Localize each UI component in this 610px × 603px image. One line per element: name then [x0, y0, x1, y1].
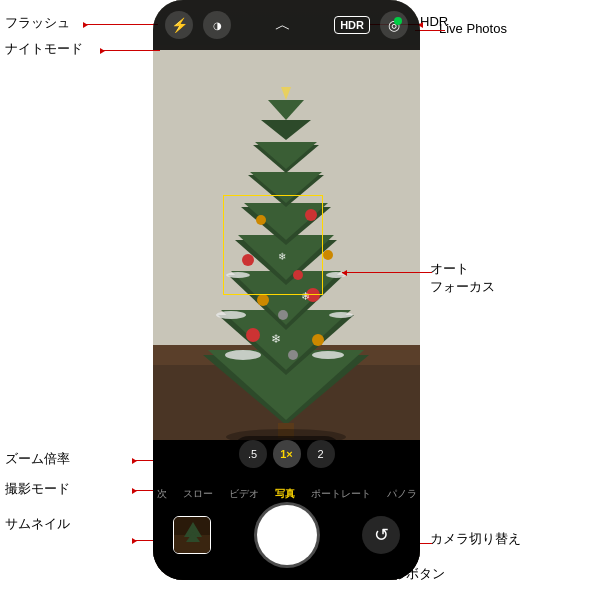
- svg-point-28: [288, 350, 298, 360]
- camera-switch-button[interactable]: ↺: [362, 516, 400, 554]
- thumbnail-arrowhead: [132, 538, 137, 544]
- zoom-label: ズーム倍率: [5, 450, 70, 468]
- shutter-row: ↺: [153, 505, 420, 565]
- svg-text:❄: ❄: [271, 332, 281, 346]
- flash-icon: ⚡: [171, 17, 188, 33]
- autofocus-arrow: [342, 272, 432, 273]
- zoom-2x-button[interactable]: 2: [307, 440, 335, 468]
- night-mode-icon: ◑: [213, 20, 222, 31]
- flash-arrowhead: [83, 22, 88, 28]
- camera-switch-label: カメラ切り替え: [430, 530, 521, 548]
- top-left-controls: ⚡ ◑: [165, 11, 231, 39]
- mode-item-portrait[interactable]: ポートレート: [303, 483, 379, 505]
- live-dot: [394, 17, 402, 25]
- autofocus-label: オートフォーカス: [430, 260, 495, 296]
- top-right-controls: HDR ◎: [334, 11, 408, 39]
- camera-top-bar: ⚡ ◑ ︿ HDR ◎: [153, 0, 420, 50]
- mode-item-video[interactable]: ビデオ: [221, 483, 267, 505]
- autofocus-arrowhead: [342, 270, 347, 276]
- thumbnail-image: [174, 517, 211, 554]
- svg-point-27: [312, 334, 324, 346]
- flash-arrow: [83, 24, 158, 25]
- hdr-button[interactable]: HDR: [334, 16, 370, 34]
- svg-point-29: [257, 294, 269, 306]
- live-photos-label: Live Photos: [439, 21, 507, 36]
- night-mode-label: ナイトモード: [5, 40, 83, 58]
- live-photos-button[interactable]: ◎: [380, 11, 408, 39]
- zoom-1x-button[interactable]: 1×: [273, 440, 301, 468]
- mode-selector: 次 スロー ビデオ 写真 ポートレート パノラ: [153, 483, 420, 505]
- svg-point-23: [329, 312, 353, 318]
- focus-box[interactable]: [223, 195, 323, 295]
- svg-point-22: [216, 311, 246, 319]
- shooting-mode-label: 撮影モード: [5, 480, 70, 498]
- shooting-mode-arrowhead: [132, 488, 137, 494]
- mode-item-pano[interactable]: パノラ: [379, 483, 421, 505]
- svg-point-26: [246, 328, 260, 342]
- svg-point-21: [312, 351, 344, 359]
- svg-point-33: [323, 250, 333, 260]
- mode-item-slow[interactable]: スロー: [175, 483, 221, 505]
- zoom-1x-label: 1×: [280, 448, 293, 460]
- zoom-controls: .5 1× 2: [231, 436, 343, 472]
- flash-button[interactable]: ⚡: [165, 11, 193, 39]
- zoom-05-label: .5: [248, 448, 257, 460]
- night-mode-arrowhead: [100, 48, 105, 54]
- svg-point-31: [278, 310, 288, 320]
- flash-label: フラッシュ: [5, 14, 70, 32]
- phone-screen: ❄ ❄ ❄ ⚡ ◑ ︿ HDR ◎: [153, 0, 420, 580]
- zoom-2x-label: 2: [317, 448, 323, 460]
- zoom-arrowhead: [132, 458, 137, 464]
- svg-point-20: [225, 350, 261, 360]
- night-mode-arrow: [100, 50, 160, 51]
- chevron-up[interactable]: ︿: [275, 15, 291, 36]
- night-mode-button[interactable]: ◑: [203, 11, 231, 39]
- mode-item-photo[interactable]: 写真: [267, 483, 303, 505]
- shutter-button[interactable]: [257, 505, 317, 565]
- thumbnail-label: サムネイル: [5, 515, 70, 533]
- thumbnail-preview[interactable]: [173, 516, 211, 554]
- camera-switch-icon: ↺: [374, 524, 389, 546]
- hdr-label: HDR: [340, 19, 364, 31]
- zoom-05-button[interactable]: .5: [239, 440, 267, 468]
- mode-item-next[interactable]: 次: [153, 483, 175, 505]
